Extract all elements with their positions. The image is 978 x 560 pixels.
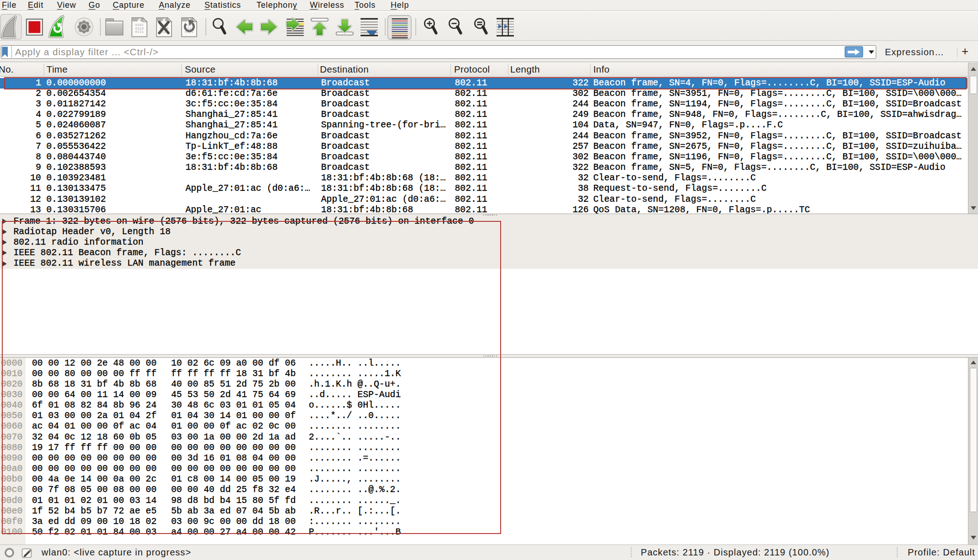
svg-text:0111: 0111 [135,30,144,34]
